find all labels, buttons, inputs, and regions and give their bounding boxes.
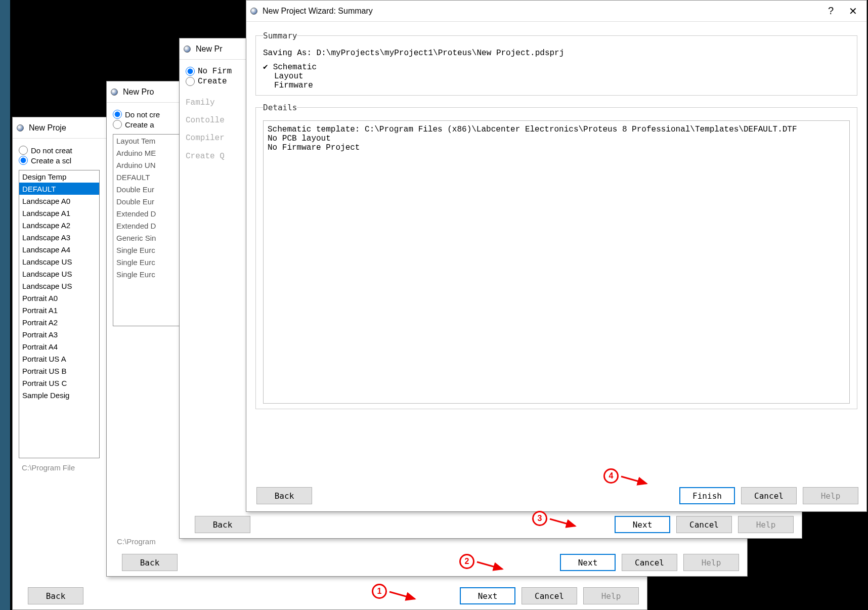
- help-button[interactable]: Help: [583, 587, 639, 604]
- back-button[interactable]: Back: [195, 516, 250, 533]
- list-item[interactable]: Single Eurc: [113, 268, 183, 280]
- list-item[interactable]: Arduino ME: [113, 147, 183, 159]
- list-item[interactable]: Landscape A2: [19, 219, 99, 231]
- list-header: Layout Tem: [113, 135, 183, 147]
- close-icon[interactable]: ✕: [849, 5, 857, 17]
- arrow-2: [477, 560, 510, 574]
- app-icon: [17, 124, 24, 132]
- cancel-button[interactable]: Cancel: [522, 587, 577, 604]
- back-button[interactable]: Back: [122, 554, 178, 571]
- list-item[interactable]: Sample Desig: [19, 389, 99, 401]
- titlebar: New Project Wizard: Summary ? ✕: [246, 1, 866, 22]
- next-button[interactable]: Next: [615, 516, 670, 533]
- wizard-window-summary: New Project Wizard: Summary ? ✕ Summary …: [246, 0, 867, 512]
- arrow-3: [550, 517, 583, 531]
- next-button[interactable]: Next: [560, 554, 616, 571]
- list-item[interactable]: Portrait A0: [19, 292, 99, 304]
- list-item[interactable]: Single Eurc: [113, 256, 183, 268]
- arrow-1: [389, 590, 422, 603]
- window-title: New Pro: [123, 88, 154, 97]
- list-item[interactable]: DEFAULT: [113, 171, 183, 183]
- list-item[interactable]: Double Eur: [113, 195, 183, 207]
- window-title: New Pr: [196, 45, 222, 54]
- finish-button[interactable]: Finish: [679, 487, 735, 504]
- back-button[interactable]: Back: [256, 487, 312, 504]
- layout-template-list[interactable]: Layout Tem Arduino ME Arduino UN DEFAULT…: [113, 134, 184, 326]
- annotation-2: 2: [459, 554, 474, 569]
- list-item[interactable]: DEFAULT: [19, 183, 99, 195]
- list-item[interactable]: Portrait US B: [19, 365, 99, 377]
- list-item[interactable]: Portrait A4: [19, 340, 99, 353]
- list-item[interactable]: Portrait US A: [19, 353, 99, 365]
- list-item[interactable]: Single Eurc: [113, 244, 183, 256]
- window-title: New Project Wizard: Summary: [263, 7, 373, 16]
- list-item[interactable]: Design Temp: [19, 170, 99, 183]
- list-item[interactable]: Generic Sin: [113, 232, 183, 244]
- app-icon: [111, 89, 118, 96]
- cancel-button[interactable]: Cancel: [741, 487, 797, 504]
- list-item[interactable]: Portrait A2: [19, 316, 99, 328]
- list-item[interactable]: Arduino UN: [113, 159, 183, 171]
- list-item[interactable]: Landscape US: [19, 280, 99, 292]
- list-item[interactable]: Landscape A3: [19, 231, 99, 243]
- cancel-button[interactable]: Cancel: [676, 516, 732, 533]
- help-button[interactable]: Help: [738, 516, 794, 533]
- app-icon: [250, 8, 257, 15]
- list-item[interactable]: Landscape US: [19, 268, 99, 280]
- help-button[interactable]: Help: [803, 487, 858, 504]
- annotation-4: 4: [603, 468, 619, 484]
- summary-item-layout: Layout: [263, 72, 850, 81]
- svg-line-3: [621, 476, 646, 484]
- window-title: New Proje: [29, 123, 66, 133]
- list-item[interactable]: Landscape A4: [19, 243, 99, 255]
- summary-group-label: Summary: [263, 31, 297, 40]
- list-item[interactable]: Landscape US: [19, 255, 99, 268]
- cancel-button[interactable]: Cancel: [622, 554, 677, 571]
- svg-line-0: [389, 592, 415, 599]
- summary-item-firmware: Firmware: [263, 81, 850, 90]
- details-textbox: Schematic template: C:\Program Files (x8…: [263, 120, 850, 404]
- next-button[interactable]: Next: [460, 587, 515, 604]
- annotation-3: 3: [532, 511, 547, 526]
- help-icon[interactable]: ?: [828, 5, 834, 17]
- list-item[interactable]: Double Eur: [113, 183, 183, 195]
- summary-item-schematic: Schematic: [263, 62, 850, 72]
- arrow-4: [621, 474, 654, 488]
- details-group-label: Details: [263, 103, 297, 112]
- list-item[interactable]: Landscape A0: [19, 195, 99, 207]
- app-icon: [184, 46, 191, 53]
- back-button[interactable]: Back: [28, 587, 83, 604]
- list-item[interactable]: Portrait US C: [19, 377, 99, 389]
- svg-line-1: [477, 562, 502, 569]
- saving-as-line: Saving As: D:\myProjects\myProject1\Prot…: [263, 49, 850, 58]
- help-button[interactable]: Help: [683, 554, 739, 571]
- template-list[interactable]: Design Temp DEFAULT Landscape A0 Landsca…: [19, 170, 100, 458]
- path-label: C:\Program: [117, 537, 156, 546]
- svg-line-2: [550, 519, 575, 526]
- list-item[interactable]: Extended D: [113, 220, 183, 232]
- list-item[interactable]: Portrait A1: [19, 304, 99, 316]
- annotation-1: 1: [372, 584, 387, 599]
- list-item[interactable]: Landscape A1: [19, 207, 99, 219]
- list-item[interactable]: Extended D: [113, 207, 183, 220]
- list-item[interactable]: Portrait A3: [19, 328, 99, 340]
